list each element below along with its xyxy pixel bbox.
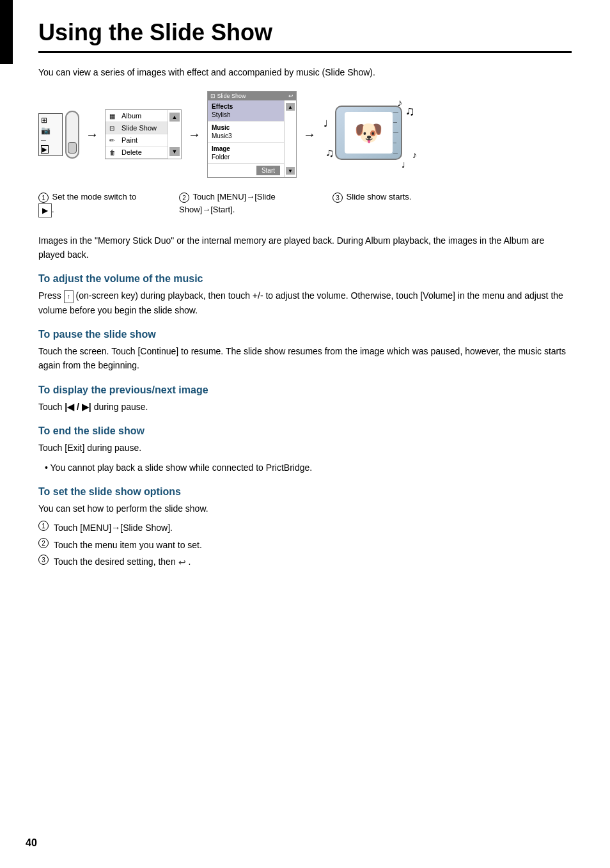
effects-item: Effects Stylish — [208, 100, 284, 122]
start-button[interactable]: Start — [256, 166, 280, 175]
slideshow-icon: ⊡ — [109, 125, 118, 132]
step-1-circle: 1 — [38, 193, 49, 203]
paint-icon: ✏ — [109, 137, 118, 144]
options-step-2-circle: 2 — [38, 538, 49, 548]
section-heading-options: To set the slide show options — [38, 486, 572, 498]
music-note-4: ♩ — [402, 161, 405, 170]
album-icon: ▦ — [109, 113, 118, 120]
step-3-label: 3 Slide show starts. — [332, 191, 460, 203]
menu-item-album: ▦ Album — [106, 110, 168, 122]
section-body-end: Touch [Exit] during pause. — [38, 441, 572, 455]
menu-item-paint: ✏ Paint — [106, 134, 168, 146]
delete-icon: 🗑 — [109, 149, 118, 156]
step-2-circle: 2 — [179, 193, 189, 203]
step-1-label: 1 Set the mode switch to ▶. — [38, 191, 166, 217]
options-step-2: 2 Touch the menu item you want to set. — [38, 538, 572, 552]
black-bar-decoration — [0, 0, 13, 64]
page-container: Using the Slide Show You can view a seri… — [0, 0, 610, 868]
onscreen-key-icon: ↑ — [64, 290, 74, 303]
arrow-3: → — [303, 127, 316, 142]
options-step-3: 3 Touch the desired setting, then ↩ . — [38, 555, 572, 569]
diagram-labels: 1 Set the mode switch to ▶. 2 Touch [MEN… — [38, 191, 572, 217]
menu-box-1: ▦ Album ⊡ Slide Show ✏ Paint 🗑 — [105, 109, 182, 159]
options-step-3-circle: 3 — [38, 555, 49, 565]
step-3-circle: 3 — [332, 193, 343, 203]
page-number: 40 — [26, 837, 37, 849]
body-text: Images in the "Memory Stick Duo" or the … — [38, 233, 572, 262]
section-body-options-intro: You can set how to perform the slide sho… — [38, 501, 572, 516]
diagram-step-1: ⊞ 📷 ─ ▶ — [38, 111, 79, 159]
playback-mode-icon: ▶ — [38, 203, 52, 217]
diagram-step-2: ▦ Album ⊡ Slide Show ✏ Paint 🗑 — [105, 109, 182, 159]
start-button-area: Start — [208, 164, 284, 177]
section-heading-volume: To adjust the volume of the music — [38, 273, 572, 285]
page-title: Using the Slide Show — [38, 19, 572, 53]
options-step-1-circle: 1 — [38, 521, 49, 531]
section-body-pause: Touch the screen. Touch [Continue] to re… — [38, 344, 572, 373]
menu-item-delete: 🗑 Delete — [106, 146, 168, 159]
section-body-volume: Press ↑ (on-screen key) during playback,… — [38, 288, 572, 317]
diagram-area: ⊞ 📷 ─ ▶ → — [38, 91, 572, 178]
step-2-label: 2 Touch [MENU]→[Slide Show]→[Start]. — [179, 191, 320, 216]
section-body-prevnext: Touch |◀ / ▶| during pause. — [38, 400, 572, 414]
diagram-step-4: ♪ ♫ ♪ ♩ ♩ ♫ 🐶 — [322, 102, 418, 166]
section-heading-prevnext: To display the previous/next image — [38, 384, 572, 396]
intro-text: You can view a series of images with eff… — [38, 66, 572, 79]
section-heading-end: To end the slide show — [38, 425, 572, 437]
bullet-text: • You cannot play back a slide show whil… — [38, 461, 572, 475]
diagram-step-3: ⊡ Slide Show ↩ Effects Stylish Music Mus… — [207, 91, 297, 178]
music-note-2: ♫ — [405, 104, 415, 118]
music-note-5: ♩ — [324, 118, 328, 129]
menu-item-slideshow: ⊡ Slide Show — [106, 122, 168, 134]
options-step-1: 1 Touch [MENU]→[Slide Show]. — [38, 521, 572, 535]
music-note-3: ♪ — [412, 150, 417, 160]
slideshow-menu-header: ⊡ Slide Show ↩ — [208, 91, 296, 100]
music-note-6: ♫ — [325, 146, 334, 160]
arrow-2: → — [188, 127, 201, 142]
image-folder-item: Image Folder — [208, 143, 284, 164]
slideshow-menu-box: ⊡ Slide Show ↩ Effects Stylish Music Mus… — [207, 91, 297, 178]
arrow-1: → — [86, 127, 98, 142]
music-item: Music Music3 — [208, 122, 284, 143]
section-heading-pause: To pause the slide show — [38, 329, 572, 340]
enter-icon: ↩ — [178, 555, 186, 569]
